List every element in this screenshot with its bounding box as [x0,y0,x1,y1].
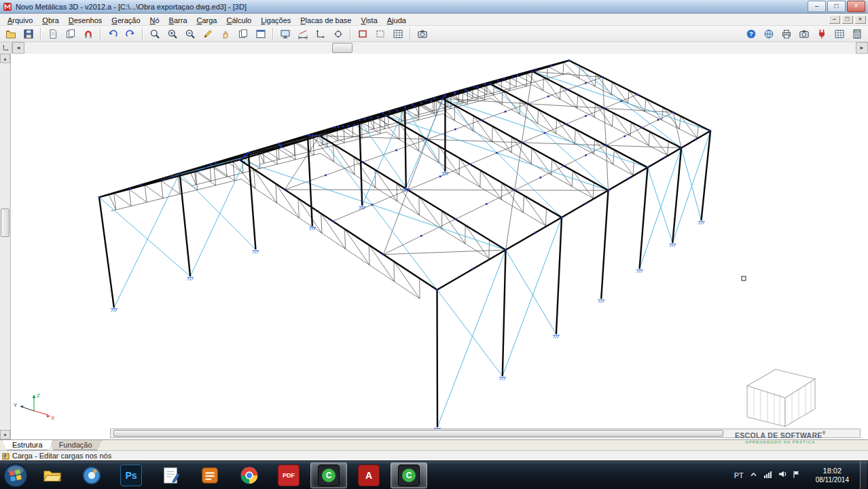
menu-ligacoes[interactable]: Ligações [256,15,295,26]
menu-barra[interactable]: Barra [164,15,192,26]
taskbar-item-photoshop[interactable]: Ps [113,463,149,488]
menu-arquivo[interactable]: Arquivo [3,15,37,26]
scroll-down-arrow[interactable]: ▼ [0,430,10,439]
redo-icon[interactable] [122,26,139,41]
left-scrollbar-thumb[interactable] [1,209,10,237]
svg-text:Y: Y [14,402,18,408]
top-scrollbar-track[interactable] [24,42,856,54]
svg-text:X: X [51,415,55,421]
bottom-scrollbar-thumb[interactable] [113,430,723,437]
structure-nodes[interactable] [98,60,712,291]
tab-fundacao[interactable]: Fundação [49,440,103,450]
volume-icon[interactable] [778,469,786,482]
menu-geracao[interactable]: Geração [107,15,145,26]
scroll-right-arrow[interactable]: ► [856,42,868,54]
menu-vista[interactable]: Vista [356,15,382,26]
measure-icon[interactable] [200,26,216,41]
minimize-button[interactable]: – [808,1,826,12]
zoom-window-icon[interactable] [253,26,269,41]
dimension-icon[interactable] [295,26,311,41]
select-region-icon[interactable] [372,26,388,41]
views-icon[interactable] [277,26,293,41]
top-scrollbar-thumb[interactable] [332,43,352,53]
language-indicator[interactable]: PT [734,471,744,479]
system-tray: PT 18:02 08/11/2014 [734,461,868,489]
undo-icon[interactable] [105,26,121,41]
zoom-out-icon[interactable] [182,26,198,41]
menu-ajuda[interactable]: Ajuda [382,15,411,26]
svg-text:Z: Z [37,393,40,399]
mesh-grid-icon[interactable] [390,26,406,41]
zoom-select-icon[interactable] [147,26,163,41]
window-title: Novo Metálicas 3D - v2012.a - [C:\...\Ob… [16,3,247,11]
application-window: Novo Metálicas 3D - v2012.a - [C:\...\Ob… [0,0,868,489]
scroll-up-arrow[interactable]: ▲ [0,54,10,63]
capture-icon[interactable] [796,26,812,41]
menu-placas-de-base[interactable]: Placas de base [295,15,356,26]
new-bar-icon[interactable] [355,26,371,41]
taskbar-item-camtasia-studio[interactable]: C [310,463,347,488]
status-text: Carga - Editar cargas nos nós [12,452,111,460]
maximize-button[interactable]: □ [827,1,846,12]
print-preview-icon[interactable] [235,26,251,41]
toolbar-separator [272,28,274,40]
model-canvas[interactable]: ZXY [11,54,868,439]
drawings-icon[interactable] [62,26,79,41]
online-icon[interactable] [761,26,777,41]
calculator-icon[interactable] [849,26,865,41]
left-scrollbar[interactable]: ▲ ▼ [0,54,11,439]
mdi-minimize-button[interactable]: – [829,15,840,24]
menu-calculo[interactable]: Cálculo [222,15,257,26]
menu-desenhos[interactable]: Desenhos [64,15,107,26]
taskbar-item-chrome[interactable] [232,463,267,488]
taskbar-item-pdf-tool[interactable]: PDF [271,463,306,488]
structure-3d-view[interactable]: ZXY [11,54,868,439]
zoom-in-icon[interactable] [164,26,181,41]
taskbar: PsPDFCAC PT 18:02 08/11/2014 [0,460,868,489]
bottom-scrollbar[interactable] [110,429,861,438]
taskbar-item-camtasia-recorder[interactable]: C [391,463,427,488]
start-button[interactable] [3,463,29,488]
svg-text:?: ? [749,30,753,37]
corner-tool-button[interactable] [0,42,12,54]
layout-grid-icon[interactable] [831,26,848,41]
taskbar-item-journal[interactable] [153,463,188,488]
open-icon[interactable] [3,26,19,41]
scroll-left-arrow[interactable]: ◄ [12,42,24,54]
taskbar-item-explorer[interactable] [35,463,70,488]
close-button[interactable]: × [847,1,865,12]
action-center-flag-icon[interactable] [792,469,801,482]
top-scrollbar-row: ◄ ► [0,42,868,54]
status-icon [2,452,10,460]
pan-icon[interactable] [217,26,234,41]
power-tools-icon[interactable] [814,26,830,41]
coordinate-axes-icon[interactable] [312,26,329,41]
show-desktop-button[interactable] [860,461,867,489]
hidden-icons-chevron-icon[interactable] [749,469,758,482]
screen-capture-icon[interactable] [414,26,431,41]
attach-dwg-icon[interactable] [80,26,96,41]
save-icon[interactable] [20,26,37,41]
mdi-window-buttons: – □ × [829,15,866,24]
drawing-export-icon[interactable] [45,26,61,41]
clock-date: 08/11/2014 [816,476,849,485]
taskbar-clock[interactable]: 18:02 08/11/2014 [816,467,849,484]
node-snap-icon[interactable] [330,26,346,41]
taskbar-item-app-orange[interactable] [192,463,228,488]
menu-carga[interactable]: Carga [192,15,222,26]
title-bar[interactable]: Novo Metálicas 3D - v2012.a - [C:\...\Ob… [0,0,868,14]
axis-triad: ZXY [14,393,55,421]
print-icon[interactable] [778,26,795,41]
support-symbols [111,173,705,431]
help-icon[interactable]: ? [743,26,759,41]
tab-estrutura[interactable]: Estrutura [2,440,53,450]
menu-no[interactable]: Nó [145,15,164,26]
network-signal-icon[interactable] [763,469,772,482]
toolbar-separator [40,28,41,40]
toolbar-separator [142,28,143,40]
mdi-close-button[interactable]: × [854,15,866,24]
mdi-restore-button[interactable]: □ [842,15,853,24]
taskbar-item-media-player[interactable] [74,463,109,488]
taskbar-item-adobe-reader[interactable]: A [351,463,386,488]
menu-obra[interactable]: Obra [37,15,63,26]
